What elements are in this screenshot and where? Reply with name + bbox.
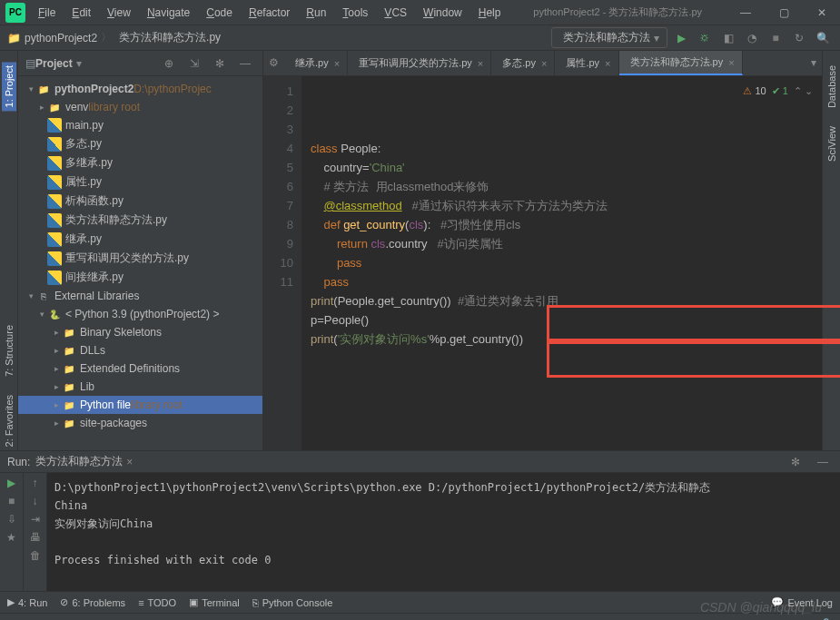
rerun-button[interactable]: ▶ [7,477,15,489]
project-tool-tab[interactable]: 1: Project [2,62,16,111]
print-icon[interactable]: 🖶 [30,531,41,544]
expand-icon[interactable]: ⇲ [184,54,204,74]
run-label: Run: [7,456,30,468]
todo-tool-button[interactable]: ≡ TODO [138,597,176,608]
tree-node[interactable]: 析构函数.py [18,192,262,211]
tree-node[interactable]: ▸📁venv library root [18,98,262,116]
breadcrumb[interactable]: 📁 pythonProject2 〉 类方法和静态方法.py [7,30,221,45]
favorites-tool-tab[interactable]: 2: Favorites [2,391,16,450]
tree-node[interactable]: 属性.py [18,172,262,192]
tree-node[interactable]: ▸📁DLLs [18,341,262,359]
run-tool-window: Run: 类方法和静态方法 × ✻ — ▶ ■ ⇩ ★ ↑ ↓ ⇥ 🖶 🗑 D:… [0,450,840,591]
tabs-settings-icon[interactable]: ⚙ [263,51,284,75]
update-button[interactable]: ↻ [789,28,809,48]
tree-node[interactable]: 继承.py [18,230,262,249]
app-logo-icon: PC [5,3,25,23]
tree-node[interactable]: 类方法和静态方法.py [18,211,262,230]
checks-badge[interactable]: ✔ 1 [772,82,788,101]
debug-button[interactable]: ⛭ [695,28,715,48]
editor-tabs: ⚙ 继承.py×重写和调用父类的方法.py×多态.py×属性.py×类方法和静态… [263,51,822,76]
event-log-button[interactable]: 💬 Event Log [771,596,833,608]
coverage-button[interactable]: ◧ [718,28,738,48]
python-console-tool-button[interactable]: ⎘ Python Console [252,597,333,608]
minimize-button[interactable]: — [727,0,764,25]
tree-node[interactable]: main.py [18,116,262,134]
clear-icon[interactable]: 🗑 [30,549,41,562]
editor-tab[interactable]: 继承.py× [284,51,348,75]
menu-bar: FileEditViewNavigateCodeRefactorRunTools… [31,3,508,23]
structure-tool-tab[interactable]: 7: Structure [2,321,16,380]
maximize-button[interactable]: ▢ [766,0,802,25]
project-tree[interactable]: ▾📁pythonProject2 D:\pythonProjec▸📁venv l… [18,76,262,450]
menu-code[interactable]: Code [199,3,240,23]
stop-button[interactable]: ■ [766,28,786,48]
editor-tab[interactable]: 重写和调用父类的方法.py× [348,51,491,75]
scroll-down-icon[interactable]: ↓ [33,495,38,507]
stop-run-button[interactable]: ■ [8,495,15,507]
line-number-gutter: 1234567891011 [263,76,301,450]
title-bar: PC FileEditViewNavigateCodeRefactorRunTo… [0,0,840,25]
editor-area: ⚙ 继承.py×重写和调用父类的方法.py×多态.py×属性.py×类方法和静态… [263,51,822,450]
inspection-chevron-icon[interactable]: ⌃ ⌄ [794,82,813,101]
menu-vcs[interactable]: VCS [377,3,414,23]
tree-node[interactable]: 间接继承.py [18,268,262,287]
run-configuration-dropdown[interactable]: 类方法和静态方法 ▾ [551,27,667,48]
tree-node[interactable]: ▸📁Python file library root [18,396,262,414]
menu-file[interactable]: File [31,3,63,23]
pin-icon[interactable]: ★ [6,531,16,544]
warnings-badge[interactable]: 10 [743,82,766,101]
profile-button[interactable]: ◔ [742,28,762,48]
navigation-bar: 📁 pythonProject2 〉 类方法和静态方法.py 类方法和静态方法 … [0,25,840,51]
right-tool-stripe: Database SciView [822,51,840,450]
code-editor[interactable]: 1234567891011 10 ✔ 1 ⌃ ⌄ class People: c… [263,76,822,450]
editor-tab[interactable]: 类方法和静态方法.py× [619,51,743,75]
hide-panel-icon[interactable]: — [235,54,255,74]
tree-node[interactable]: ▾📁pythonProject2 D:\pythonProjec [18,80,262,98]
terminal-tool-button[interactable]: ▣ Terminal [189,596,240,608]
menu-help[interactable]: Help [471,3,509,23]
menu-edit[interactable]: Edit [64,3,98,23]
run-settings-icon[interactable]: ✻ [786,452,805,472]
menu-run[interactable]: Run [299,3,333,23]
tree-node[interactable]: ▸📁Lib [18,378,262,396]
code-content[interactable]: 10 ✔ 1 ⌃ ⌄ class People: country='China'… [301,76,822,450]
crumb-file: 类方法和静态方法.py [119,30,221,45]
exit-button[interactable]: ⇩ [7,513,16,526]
search-everywhere-icon[interactable]: 🔍 [813,28,833,48]
scroll-up-icon[interactable]: ↑ [33,477,38,489]
problems-tool-button[interactable]: ⊘ 6: Problems [60,596,125,608]
window-title: pythonProject2 - 类方法和静态方法.py [508,5,727,19]
soft-wrap-icon[interactable]: ⇥ [31,513,40,526]
run-tab-name: 类方法和静态方法 [35,454,123,469]
status-bar: ☐ PEP 8: E228 missing whitespace around … [0,613,840,620]
tree-node[interactable]: ▸📁Extended Definitions [18,359,262,378]
editor-tab[interactable]: 属性.py× [555,51,618,75]
close-window-button[interactable]: ✕ [804,0,840,25]
run-hide-icon[interactable]: — [813,452,833,472]
settings-icon[interactable]: ✻ [210,54,230,74]
tree-node[interactable]: 多继承.py [18,153,262,172]
tree-node[interactable]: 重写和调用父类的方法.py [18,249,262,268]
menu-window[interactable]: Window [416,3,469,23]
run-button[interactable]: ▶ [671,28,691,48]
project-header-title: Project [35,57,73,70]
bottom-tool-stripe: ▶ 4: Run ⊘ 6: Problems ≡ TODO ▣ Terminal… [0,591,840,613]
run-tool-button[interactable]: ▶ 4: Run [7,596,47,608]
project-tool-window: ▤ Project ▾ ⊕ ⇲ ✻ — ▾📁pythonProject2 D:\… [18,51,263,450]
menu-refactor[interactable]: Refactor [242,3,297,23]
tree-node[interactable]: ▾⎘External Libraries [18,287,262,305]
sciview-tool-tab[interactable]: SciView [825,123,839,165]
run-output[interactable]: D:\pythonProject1\pythonProject2\venv\Sc… [47,473,840,591]
tree-node[interactable]: ▾🐍< Python 3.9 (pythonProject2) > [18,305,262,323]
crumb-root: pythonProject2 [25,32,97,44]
menu-navigate[interactable]: Navigate [140,3,197,23]
tree-node[interactable]: 多态.py [18,134,262,153]
locate-icon[interactable]: ⊕ [159,54,179,74]
tree-node[interactable]: ▸📁Binary Skeletons [18,323,262,341]
tree-node[interactable]: ▸📁site-packages [18,414,262,432]
menu-view[interactable]: View [100,3,138,23]
menu-tools[interactable]: Tools [335,3,375,23]
database-tool-tab[interactable]: Database [825,62,839,112]
tabs-dropdown-icon[interactable]: ▾ [805,51,822,75]
editor-tab[interactable]: 多态.py× [491,51,555,75]
